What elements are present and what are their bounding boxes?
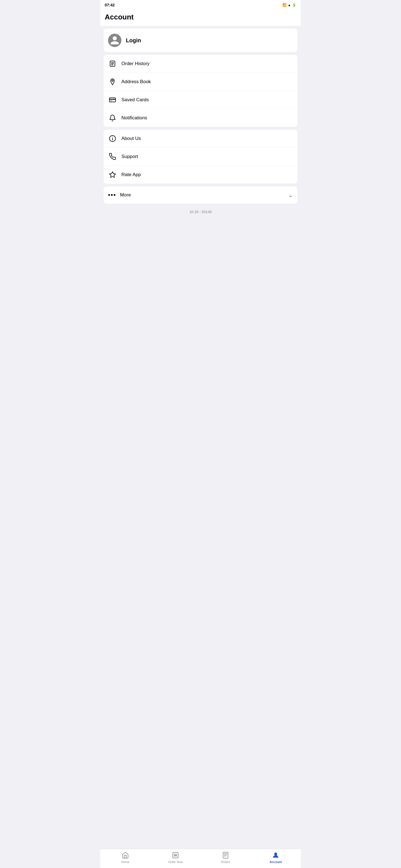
notifications-label: Notifications xyxy=(121,115,147,121)
menu-item-order-history[interactable]: Order History xyxy=(104,55,297,72)
saved-cards-label: Saved Cards xyxy=(121,97,149,103)
order-now-nav-label: Order Now xyxy=(168,860,183,864)
version-text: 10.28 - 50146 xyxy=(100,207,301,217)
avatar xyxy=(108,34,121,47)
menu-section-2: About Us Support Rate App xyxy=(104,130,297,184)
nav-item-orders[interactable]: Orders xyxy=(217,851,234,864)
status-icons: 📶 ▲ 🔋 xyxy=(282,3,296,7)
page-title: Account xyxy=(105,13,296,22)
more-section[interactable]: ••• More ⌄ xyxy=(104,186,297,204)
svg-rect-4 xyxy=(109,98,116,102)
svg-point-3 xyxy=(112,80,113,81)
user-icon xyxy=(110,35,120,45)
orders-nav-icon xyxy=(222,851,229,859)
account-nav-icon xyxy=(272,851,280,859)
menu-item-saved-cards[interactable]: Saved Cards xyxy=(104,91,297,109)
svg-rect-16 xyxy=(223,852,228,858)
rate-app-label: Rate App xyxy=(121,172,141,178)
svg-marker-10 xyxy=(109,172,116,178)
saved-cards-icon xyxy=(108,95,117,104)
cast-icon: 📶 xyxy=(282,3,287,7)
order-history-label: Order History xyxy=(121,61,149,66)
menu-item-about-us[interactable]: About Us xyxy=(104,130,297,148)
menu-item-address-book[interactable]: Address Book xyxy=(104,72,297,91)
address-book-icon xyxy=(108,78,117,86)
home-nav-icon xyxy=(121,851,129,859)
rate-app-icon xyxy=(108,170,117,179)
page-header: Account xyxy=(100,9,301,26)
nav-item-account[interactable]: Account xyxy=(267,851,284,864)
order-history-icon xyxy=(108,59,117,68)
address-book-label: Address Book xyxy=(121,79,151,85)
menu-item-support[interactable]: Support xyxy=(104,148,297,165)
wifi-icon: ▲ xyxy=(288,3,291,7)
menu-item-notifications[interactable]: Notifications xyxy=(104,109,297,127)
notifications-icon xyxy=(108,114,117,122)
more-left: ••• More xyxy=(108,191,131,199)
nav-item-home[interactable]: Home xyxy=(117,851,134,864)
support-label: Support xyxy=(121,154,138,159)
battery-icon: 🔋 xyxy=(292,3,296,7)
login-card[interactable]: Login xyxy=(104,29,297,52)
order-now-nav-icon xyxy=(172,851,179,859)
more-row[interactable]: ••• More ⌄ xyxy=(104,186,297,204)
orders-nav-label: Orders xyxy=(221,860,230,864)
svg-point-20 xyxy=(275,853,277,855)
status-bar: 07:42 📶 ▲ 🔋 xyxy=(100,0,301,9)
login-row[interactable]: Login xyxy=(104,29,297,52)
status-time: 07:42 xyxy=(105,3,115,7)
bottom-nav: Home Order Now Orders xyxy=(100,849,301,868)
more-label: More xyxy=(120,192,131,198)
support-icon xyxy=(108,152,117,161)
menu-section-1: Order History Address Book Saved Cards xyxy=(104,55,297,127)
home-nav-label: Home xyxy=(121,860,129,864)
nav-item-order-now[interactable]: Order Now xyxy=(167,851,184,864)
login-label: Login xyxy=(126,37,141,44)
chevron-down-icon: ⌄ xyxy=(288,192,293,198)
account-nav-label: Account xyxy=(269,860,282,864)
more-dots-icon: ••• xyxy=(108,191,116,199)
about-us-icon xyxy=(108,134,117,143)
menu-item-rate-app[interactable]: Rate App xyxy=(104,165,297,184)
about-us-label: About Us xyxy=(121,136,141,141)
